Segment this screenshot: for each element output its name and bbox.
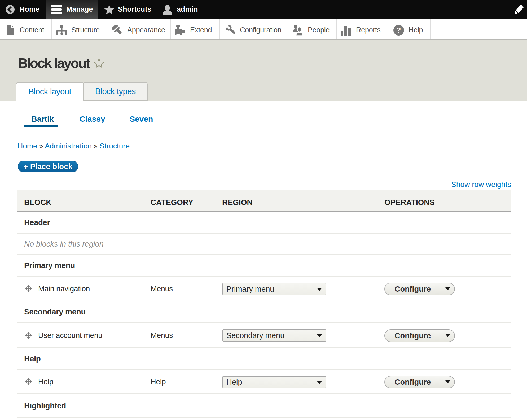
svg-text:?: ? xyxy=(397,26,401,34)
